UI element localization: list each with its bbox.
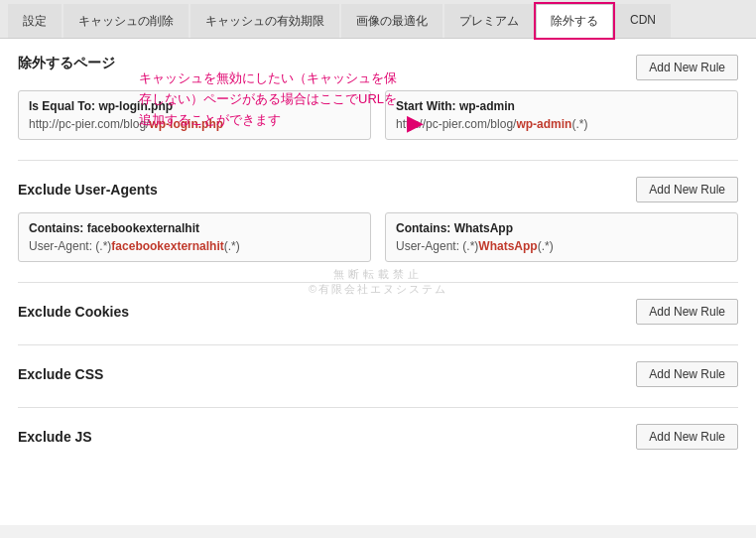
add-rule-button-useragents[interactable]: Add New Rule (636, 177, 738, 202)
section-css-header: Exclude CSS Add New Rule (18, 361, 738, 387)
rule-card-facebook: Contains: facebookexternalhit User-Agent… (18, 212, 371, 262)
add-rule-button-css[interactable]: Add New Rule (636, 361, 738, 387)
section-exclude-css: Exclude CSS Add New Rule (18, 361, 738, 387)
exclude-css-title: Exclude CSS (18, 366, 103, 382)
rule-title-facebook: Contains: facebookexternalhit (29, 221, 360, 235)
section-exclude-useragents: Exclude User-Agents Add New Rule Contain… (18, 177, 738, 262)
tab-exclude[interactable]: 除外する (536, 4, 613, 38)
rule-card-admin: Start With: wp-admin http://pc-pier.com/… (385, 90, 738, 140)
rule-title-whatsapp: Contains: WhatsApp (396, 221, 727, 235)
section-exclude-pages-header: 除外するページ Add New Rule (18, 55, 738, 80)
exclude-js-title: Exclude JS (18, 429, 92, 445)
rule-value-whatsapp: User-Agent: (.*)WhatsApp(.*) (396, 239, 727, 253)
rule-value-admin: http://pc-pier.com/blog/wp-admin(.*) (396, 117, 727, 131)
exclude-pages-title: 除外するページ (18, 55, 115, 72)
rule-value-login: http://pc-pier.com/blog/wp-login.php (29, 117, 360, 131)
exclude-pages-rules: Is Equal To: wp-login.php http://pc-pier… (18, 90, 738, 140)
rule-title-admin: Start With: wp-admin (396, 99, 727, 113)
section-exclude-pages: 除外するページ Add New Rule Is Equal To: wp-log… (18, 55, 738, 140)
add-rule-button-cookies[interactable]: Add New Rule (636, 299, 738, 325)
tab-cache-delete[interactable]: キャッシュの削除 (63, 4, 189, 38)
tab-image-optimize[interactable]: 画像の最適化 (341, 4, 442, 38)
tab-settings[interactable]: 設定 (8, 4, 62, 38)
section-js-header: Exclude JS Add New Rule (18, 424, 738, 450)
section-exclude-js: Exclude JS Add New Rule (18, 424, 738, 450)
section-exclude-cookies: Exclude Cookies Add New Rule (18, 299, 738, 325)
divider-1 (18, 160, 738, 161)
divider-2 (18, 282, 738, 283)
tab-bar: 設定 キャッシュの削除 キャッシュの有効期限 画像の最適化 プレミアム 除外する… (0, 0, 756, 39)
section-cookies-header: Exclude Cookies Add New Rule (18, 299, 738, 325)
exclude-useragents-title: Exclude User-Agents (18, 182, 158, 198)
exclude-useragents-rules: Contains: facebookexternalhit User-Agent… (18, 212, 738, 262)
exclude-cookies-title: Exclude Cookies (18, 304, 129, 320)
divider-3 (18, 344, 738, 345)
divider-4 (18, 407, 738, 408)
tab-cdn[interactable]: CDN (615, 4, 671, 38)
rule-card-whatsapp: Contains: WhatsApp User-Agent: (.*)Whats… (385, 212, 738, 262)
tab-cache-expiry[interactable]: キャッシュの有効期限 (190, 4, 339, 38)
main-content: キャッシュを無効にしたい（キャッシュを保 存しない）ページがある場合はここでUR… (0, 39, 756, 525)
add-rule-button-pages[interactable]: Add New Rule (636, 55, 738, 80)
section-useragents-header: Exclude User-Agents Add New Rule (18, 177, 738, 202)
rule-card-login: Is Equal To: wp-login.php http://pc-pier… (18, 90, 371, 140)
tab-premium[interactable]: プレミアム (444, 4, 534, 38)
rule-value-facebook: User-Agent: (.*)facebookexternalhit(.*) (29, 239, 360, 253)
rule-title-login: Is Equal To: wp-login.php (29, 99, 360, 113)
add-rule-button-js[interactable]: Add New Rule (636, 424, 738, 450)
